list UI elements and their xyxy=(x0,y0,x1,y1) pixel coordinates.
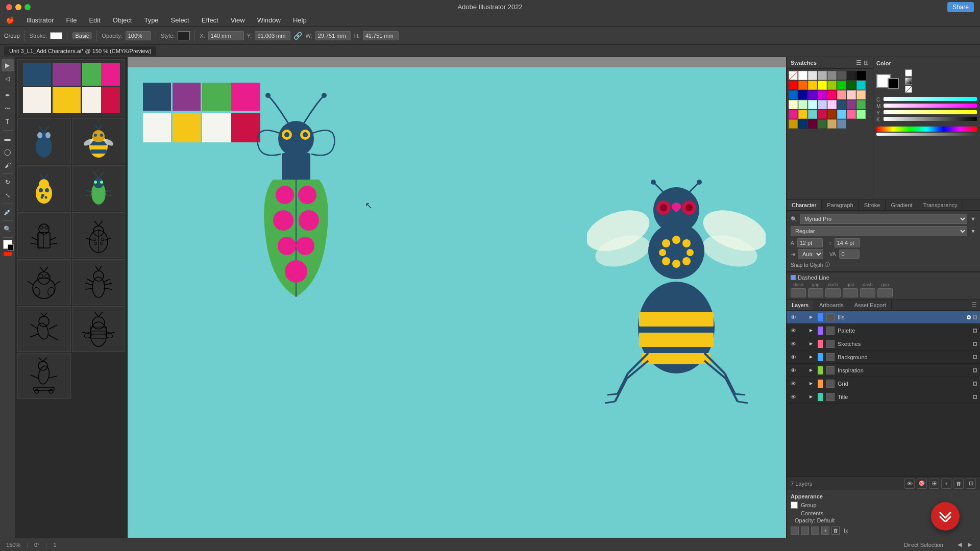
menu-help[interactable]: Help xyxy=(291,15,309,25)
prev-artboard-btn[interactable]: ◀ xyxy=(955,541,964,549)
swatch-purple[interactable] xyxy=(808,90,817,99)
asset-bumblebee[interactable] xyxy=(72,118,126,164)
gradient-icon[interactable] xyxy=(905,78,912,85)
color-mode-toggle[interactable] xyxy=(4,252,12,256)
layer-target-title[interactable] xyxy=(973,395,977,399)
active-tab[interactable]: Unit 3_L1_Add Characters.ai* @ 150 % (CM… xyxy=(4,46,156,56)
layer-expand-ills[interactable]: ▶ xyxy=(808,314,814,320)
swatch-peach[interactable] xyxy=(856,90,866,99)
leading-select[interactable]: Auto xyxy=(798,249,823,259)
swatch-hot-pink[interactable] xyxy=(789,110,798,119)
gap-input-1[interactable] xyxy=(808,288,823,297)
layer-title[interactable]: 👁 ▶ Title xyxy=(787,390,980,404)
asset-skateboard-bug[interactable] xyxy=(17,353,71,399)
swatch-slate-blue[interactable] xyxy=(837,119,846,129)
layer-vis-title[interactable]: 👁 xyxy=(790,393,797,400)
clear-appearance[interactable] xyxy=(801,527,809,535)
layer-expand-title[interactable]: ▶ xyxy=(808,394,814,400)
asset-green-bug[interactable] xyxy=(72,165,126,211)
dash-input-3[interactable] xyxy=(860,288,875,297)
swatch-medium-green[interactable] xyxy=(856,100,866,109)
h-input[interactable] xyxy=(363,31,399,40)
curvature-tool[interactable]: 〜 xyxy=(2,103,14,115)
layer-target-ills[interactable] xyxy=(973,315,977,319)
w-input[interactable] xyxy=(315,31,351,40)
dash-input-1[interactable] xyxy=(791,288,806,297)
swatch-forest-green[interactable] xyxy=(818,119,827,129)
spectrum-bar[interactable] xyxy=(876,127,977,132)
gap-input-3[interactable] xyxy=(877,288,893,297)
swatch-pink[interactable] xyxy=(827,90,837,99)
swatch-very-light-pink[interactable] xyxy=(847,90,856,99)
character-tab[interactable]: Character xyxy=(787,200,822,210)
swatch-dark-gold[interactable] xyxy=(789,119,798,129)
layer-expand-sketches[interactable]: ▶ xyxy=(808,341,814,347)
delete-layer-btn[interactable]: 🗑 xyxy=(953,479,964,489)
swatch-maroon[interactable] xyxy=(808,119,817,129)
traffic-lights[interactable] xyxy=(6,4,31,10)
layer-vis-bg[interactable]: 👁 xyxy=(790,354,797,361)
rotate-tool[interactable]: ↻ xyxy=(2,176,14,188)
k-slider[interactable] xyxy=(884,117,977,121)
swatch-midgray[interactable] xyxy=(827,71,837,80)
font-options-icon[interactable]: ▼ xyxy=(970,216,976,222)
layer-target-bg[interactable] xyxy=(973,355,977,359)
gap-input-2[interactable] xyxy=(843,288,858,297)
asset-yellow-beetle[interactable] xyxy=(17,165,71,211)
layer-expand-palette[interactable]: ▶ xyxy=(808,328,814,334)
layer-grid[interactable]: 👁 ▶ Grid xyxy=(787,377,980,390)
swatch-light-cyan[interactable] xyxy=(808,100,817,109)
swatches-header[interactable]: Swatches ☰ ⊞ xyxy=(787,57,873,69)
action-badge-button[interactable] xyxy=(931,502,960,531)
menu-window[interactable]: Window xyxy=(255,15,283,25)
swatch-light-green[interactable] xyxy=(798,100,807,109)
dashed-checkbox[interactable] xyxy=(791,275,796,280)
tracking-input[interactable] xyxy=(839,249,860,259)
leading-input[interactable] xyxy=(835,238,860,247)
layer-vis-grid[interactable]: 👁 xyxy=(790,380,797,387)
basic-badge[interactable]: Basic xyxy=(72,32,92,39)
y-input[interactable] xyxy=(255,31,290,40)
swatch-teal[interactable] xyxy=(856,81,866,90)
swatch-crimson[interactable] xyxy=(818,110,827,119)
appearance-fill-swatch[interactable] xyxy=(791,502,798,509)
menu-effect[interactable]: Effect xyxy=(200,15,220,25)
swatch-tan[interactable] xyxy=(827,119,837,129)
asset-beetle-1[interactable] xyxy=(17,118,71,164)
asset-fat-bug-outline[interactable] xyxy=(17,259,71,305)
paragraph-tab[interactable]: Paragraph xyxy=(822,200,859,210)
swatch-cream[interactable] xyxy=(789,100,798,109)
transparency-tab[interactable]: Transparency xyxy=(918,200,963,210)
font-style-options-icon[interactable]: ▼ xyxy=(970,228,976,234)
scale-tool[interactable]: ⤡ xyxy=(2,189,14,202)
fill-swatch[interactable] xyxy=(3,240,12,249)
menu-type[interactable]: Type xyxy=(142,15,160,25)
new-art-has-basic-appearance[interactable] xyxy=(791,527,799,535)
layer-vis-inspiration[interactable]: 👁 xyxy=(790,367,797,374)
swatches-menu-icon[interactable]: ☰ xyxy=(856,59,862,66)
x-input[interactable] xyxy=(208,31,244,40)
swatch-dark-blue[interactable] xyxy=(798,90,807,99)
layer-vis-ills[interactable]: 👁 xyxy=(790,314,797,321)
asset-stick-bug[interactable] xyxy=(72,259,126,305)
layers-tab[interactable]: Layers xyxy=(787,300,814,310)
swatches-controls[interactable]: ☰ ⊞ xyxy=(856,59,869,66)
swatch-sky-blue[interactable] xyxy=(837,110,846,119)
asset-export-tab[interactable]: Asset Export xyxy=(849,300,892,310)
swatch-white[interactable] xyxy=(798,71,807,80)
tint-bar[interactable] xyxy=(876,133,977,136)
minimize-button[interactable] xyxy=(15,4,21,10)
swatch-lime[interactable] xyxy=(827,81,837,90)
layer-vis-sketches[interactable]: 👁 xyxy=(790,340,797,347)
c-slider[interactable] xyxy=(884,97,977,101)
layer-target-sketches[interactable] xyxy=(973,342,977,346)
layer-expand-bg[interactable]: ▶ xyxy=(808,354,814,360)
layer-background[interactable]: 👁 ▶ Background xyxy=(787,350,980,364)
layer-sketches[interactable]: 👁 ▶ Sketches xyxy=(787,337,980,350)
gradient-tab[interactable]: Gradient xyxy=(886,200,918,210)
zoom-tool[interactable]: 🔍 xyxy=(2,223,14,235)
menu-illustrator[interactable]: Illustrator xyxy=(24,15,56,25)
swatch-magenta[interactable] xyxy=(818,90,827,99)
reduce-to-basic[interactable] xyxy=(811,527,819,535)
asset-jumping-bug[interactable] xyxy=(17,306,71,352)
